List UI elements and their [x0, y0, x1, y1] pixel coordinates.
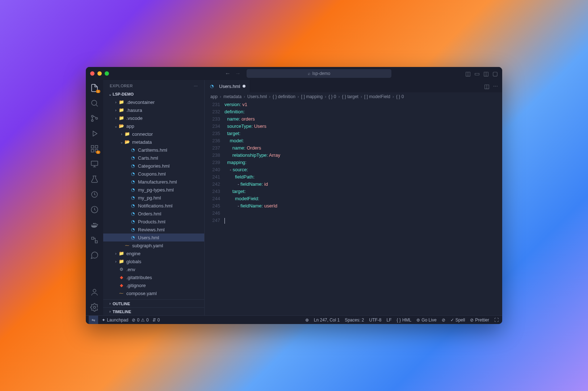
source-control-icon[interactable] [90, 114, 99, 123]
folder-connector[interactable]: ›📁connector [103, 130, 204, 138]
breadcrumb-segment[interactable]: { } 0 [328, 94, 336, 99]
layout-panel-icon[interactable]: ◫ [465, 70, 471, 77]
split-editor-icon[interactable]: ◫ [484, 83, 490, 90]
window-controls [90, 71, 109, 76]
cursor-position[interactable]: Ln 247, Col 1 [314, 318, 340, 323]
settings-gear-icon[interactable] [90, 303, 99, 312]
nav-forward-icon[interactable]: → [235, 70, 241, 77]
go-live-status[interactable]: ⊚Go Live [416, 318, 436, 323]
layout-sidebar-icon[interactable]: ▭ [474, 70, 480, 77]
folder--hasura[interactable]: ›📁.hasura [103, 106, 204, 114]
file-coupons-hml[interactable]: ◔Coupons.hml [103, 170, 204, 178]
file-products-hml[interactable]: ◔Products.hml [103, 218, 204, 226]
file--env[interactable]: ⚙.env [103, 265, 204, 273]
breadcrumb[interactable]: app›metadata›Users.hml›{ } definition›[ … [205, 92, 502, 101]
file-compose-yaml[interactable]: ⁓compose.yaml [103, 289, 204, 297]
file-my-pg-hml[interactable]: ◔my_pg.hml [103, 194, 204, 202]
editor-area: ◔ Users.hml ◫ ··· app›metadata›Users.hml… [205, 80, 502, 315]
svg-rect-5 [95, 146, 98, 148]
history-nav: ← → [225, 70, 241, 77]
bell-icon[interactable]: ⛶ [494, 318, 499, 323]
status-bar: ⇋ ✦Launchpad ⊘0⚠0 ⇵0 ⊕ Ln 247, Col 1 Spa… [86, 315, 502, 324]
explorer-title: EXPLORER [110, 84, 133, 88]
nav-back-icon[interactable]: ← [225, 70, 231, 77]
explorer-badge: 1 [96, 90, 100, 93]
tab-users-hml[interactable]: ◔ Users.hml [205, 80, 250, 92]
close-window-button[interactable] [90, 71, 94, 76]
chat-icon[interactable] [90, 251, 99, 260]
code-editor[interactable]: 2312322332342352362372382392402412422432… [205, 101, 502, 315]
layout-customize-icon[interactable]: ▢ [492, 70, 498, 77]
testing-icon[interactable] [90, 175, 99, 184]
search-placeholder: lsp-demo [312, 71, 330, 76]
breadcrumb-segment[interactable]: { } definition [273, 94, 295, 99]
indentation-status[interactable]: Spaces: 2 [345, 318, 364, 323]
notifications-icon[interactable]: ⊘ [442, 318, 445, 323]
svg-point-2 [92, 120, 93, 122]
maximize-window-button[interactable] [105, 71, 109, 76]
file-notifications-hml[interactable]: ◔Notifications.hml [103, 202, 204, 210]
breadcrumb-segment[interactable]: metadata [223, 94, 242, 99]
svg-point-1 [92, 115, 93, 117]
account-icon[interactable] [90, 288, 99, 297]
svg-point-3 [96, 118, 98, 119]
remote-explorer-icon[interactable] [90, 160, 99, 168]
code-body[interactable]: version: v1definition: name: orders sour… [224, 101, 502, 315]
command-center[interactable]: ⌕ lsp-demo [247, 69, 391, 78]
folder--devcontainer[interactable]: ›📁.devcontainer [103, 98, 204, 106]
breadcrumb-segment[interactable]: [ ] modelField [364, 94, 390, 99]
folder-app[interactable]: ⌄📂app [103, 122, 204, 130]
file-my-pg-types-hml[interactable]: ◔my_pg-types.hml [103, 186, 204, 194]
zoom-status[interactable]: ⊕ [305, 318, 309, 323]
file--gitattributes[interactable]: ◆.gitattributes [103, 273, 204, 281]
svg-rect-8 [91, 161, 98, 165]
minimize-window-button[interactable] [97, 71, 102, 76]
folder-globals[interactable]: ›📁globals [103, 257, 204, 265]
line-gutter: 2312322332342352362372382392402412422432… [205, 101, 224, 315]
activity-bar: 1 1 [86, 80, 103, 315]
timeline-section[interactable]: ›TIMELINE [103, 307, 204, 315]
file-cartitems-hml[interactable]: ◔CartItems.hml [103, 146, 204, 154]
hasura-icon[interactable] [90, 190, 99, 199]
problems-status[interactable]: ⊘0⚠0 [132, 318, 148, 323]
search-activity-icon[interactable] [90, 99, 99, 108]
prettier-status[interactable]: ⊘Prettier [470, 318, 489, 323]
breadcrumb-segment[interactable]: { } target [342, 94, 358, 99]
workspace-root[interactable]: ⌄LSP-DEMO [103, 90, 204, 98]
ports-status[interactable]: ⇵0 [152, 318, 160, 323]
run-debug-icon[interactable] [90, 129, 99, 138]
file-categories-hml[interactable]: ◔Categories.hml [103, 162, 204, 170]
folder-engine[interactable]: ›📁engine [103, 249, 204, 257]
outline-section[interactable]: ›OUTLINE [103, 299, 204, 307]
spell-status[interactable]: ✓Spell [450, 318, 465, 323]
file--gitignore[interactable]: ◆.gitignore [103, 281, 204, 289]
eol-status[interactable]: LF [387, 318, 392, 323]
file-orders-hml[interactable]: ◔Orders.hml [103, 210, 204, 218]
layout-split-icon[interactable]: ◫ [483, 70, 489, 77]
explorer-more-icon[interactable]: ··· [194, 84, 198, 88]
graph-icon[interactable] [90, 236, 99, 244]
docker-icon[interactable] [90, 220, 99, 229]
clock-icon[interactable] [90, 205, 99, 214]
explorer-icon[interactable]: 1 [90, 84, 99, 92]
launchpad-status[interactable]: ✦Launchpad [102, 318, 128, 323]
svg-rect-11 [92, 237, 94, 239]
file-manufacturers-hml[interactable]: ◔Manufacturers.hml [103, 178, 204, 186]
breadcrumb-segment[interactable]: app [210, 94, 218, 99]
language-mode[interactable]: { }HML [397, 318, 412, 323]
svg-rect-12 [95, 241, 97, 243]
file-reviews-hml[interactable]: ◔Reviews.hml [103, 226, 204, 234]
file-subgraph-yaml[interactable]: ⁓subgraph.yaml [103, 241, 204, 249]
file-carts-hml[interactable]: ◔Carts.hml [103, 154, 204, 162]
extensions-badge: 1 [96, 151, 100, 154]
file-users-hml[interactable]: ◔Users.hml [103, 234, 204, 241]
remote-indicator[interactable]: ⇋ [89, 316, 98, 324]
encoding-status[interactable]: UTF-8 [369, 318, 382, 323]
breadcrumb-segment[interactable]: [ ] mapping [301, 94, 323, 99]
extensions-icon[interactable]: 1 [90, 144, 99, 153]
folder--vscode[interactable]: ›📁.vscode [103, 114, 204, 122]
folder-metadata[interactable]: ⌄📂metadata [103, 138, 204, 146]
more-actions-icon[interactable]: ··· [493, 83, 498, 89]
breadcrumb-segment[interactable]: { } 0 [396, 94, 404, 99]
breadcrumb-segment[interactable]: Users.hml [247, 94, 267, 99]
